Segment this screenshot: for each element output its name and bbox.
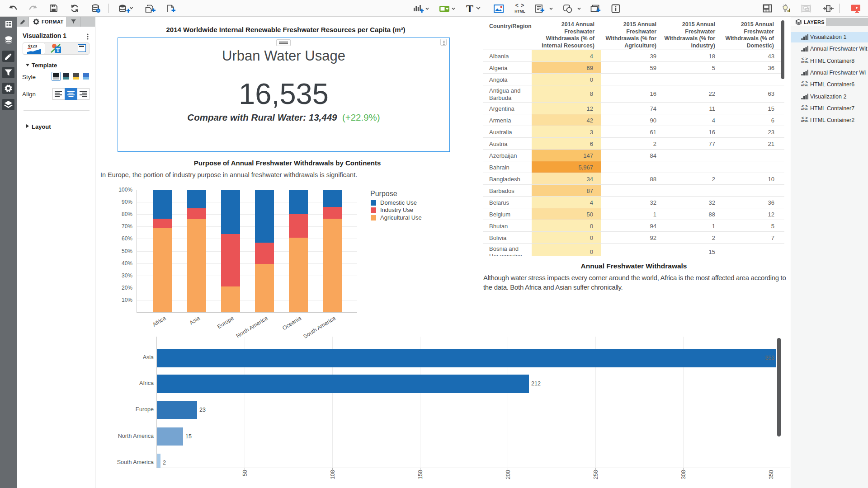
svg-text:150: 150 — [417, 470, 424, 479]
svg-text:T: T — [56, 47, 60, 53]
svg-text:200: 200 — [505, 470, 511, 479]
svg-text:350: 350 — [768, 470, 774, 479]
svg-text:50: 50 — [242, 470, 248, 476]
svg-text:300: 300 — [680, 470, 687, 479]
svg-text:250: 250 — [593, 470, 599, 479]
svg-text:100: 100 — [330, 470, 336, 479]
